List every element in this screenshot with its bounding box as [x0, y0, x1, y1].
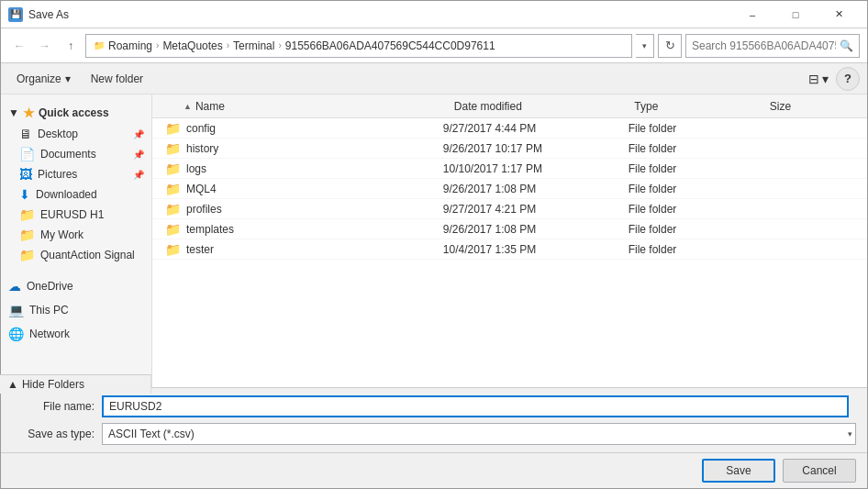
- table-row[interactable]: 📁 tester 10/4/2017 1:35 PM File folder: [152, 239, 867, 260]
- filetype-select[interactable]: ASCII Text (*.csv) All Files (*.*): [102, 423, 856, 445]
- file-name-0: config: [186, 122, 216, 135]
- table-row[interactable]: 📁 templates 9/26/2017 1:08 PM File folde…: [152, 219, 867, 239]
- file-name-4: profiles: [186, 203, 222, 216]
- path-terminal: Terminal: [233, 39, 274, 52]
- file-name-1: history: [186, 142, 218, 155]
- documents-pin-icon: 📌: [133, 150, 144, 160]
- hide-folders-bar[interactable]: ▲ Hide Folders: [0, 374, 151, 394]
- folder-icon-3: 📁: [165, 182, 181, 196]
- onedrive-label: OneDrive: [27, 280, 73, 293]
- up-button[interactable]: ↑: [60, 35, 82, 57]
- file-name-5: templates: [186, 223, 234, 236]
- name-header[interactable]: Name: [195, 100, 225, 113]
- file-date-6: 10/4/2017 1:35 PM: [443, 243, 629, 256]
- thispc-label: This PC: [29, 304, 69, 317]
- mywork-label: My Work: [40, 228, 83, 241]
- sidebar-item-onedrive[interactable]: ☁ OneDrive: [1, 276, 151, 296]
- date-header[interactable]: Date modified: [454, 100, 522, 113]
- organize-button[interactable]: Organize ▾: [8, 67, 79, 91]
- sort-arrow-icon: ▲: [184, 102, 192, 111]
- desktop-pin-icon: 📌: [133, 129, 144, 139]
- desktop-label: Desktop: [38, 128, 78, 140]
- path-sep-1: ›: [156, 40, 159, 50]
- table-row[interactable]: 📁 profiles 9/27/2017 4:21 PM File folder: [152, 199, 867, 219]
- file-name-cell-3: 📁 MQL4: [160, 182, 443, 196]
- view-button[interactable]: ⊟ ▾: [805, 67, 832, 91]
- file-name-cell-5: 📁 templates: [160, 222, 443, 237]
- new-folder-button[interactable]: New folder: [83, 67, 151, 91]
- organize-label: Organize: [17, 72, 61, 85]
- search-input[interactable]: [692, 39, 836, 52]
- file-type-6: File folder: [629, 243, 767, 256]
- pictures-pin-icon: 📌: [133, 170, 144, 180]
- mywork-icon: 📁: [19, 228, 35, 242]
- folder-icon-5: 📁: [165, 222, 181, 237]
- file-date-3: 9/26/2017 1:08 PM: [443, 183, 629, 195]
- size-header[interactable]: Size: [770, 100, 791, 113]
- maximize-button[interactable]: □: [774, 1, 817, 28]
- sidebar-item-desktop[interactable]: 🖥 Desktop 📌: [1, 124, 151, 144]
- sidebar-item-pictures[interactable]: 🖼 Pictures 📌: [1, 164, 151, 184]
- sidebar-gap-1: [1, 269, 151, 276]
- eurusd-icon: 📁: [19, 207, 35, 222]
- save-button[interactable]: Save: [702, 459, 775, 483]
- network-label: Network: [29, 328, 70, 340]
- table-row[interactable]: 📁 MQL4 9/26/2017 1:08 PM File folder: [152, 179, 867, 199]
- hide-folders-chevron: ▲: [7, 378, 18, 391]
- filetype-label: Save as type:: [12, 428, 95, 440]
- hide-folders-label: Hide Folders: [22, 378, 84, 391]
- address-path[interactable]: 📁 Roaming › MetaQuotes › Terminal › 9155…: [85, 34, 632, 58]
- cancel-button[interactable]: Cancel: [783, 459, 856, 483]
- sidebar-item-documents[interactable]: 📄 Documents 📌: [1, 144, 151, 164]
- search-icon: 🔍: [840, 39, 853, 52]
- thispc-icon: 💻: [8, 303, 24, 317]
- file-name-2: logs: [186, 162, 206, 175]
- file-type-1: File folder: [629, 142, 767, 155]
- col-header-name: ▲ Name: [160, 100, 454, 113]
- sidebar-item-mywork[interactable]: 📁 My Work: [1, 225, 151, 245]
- table-row[interactable]: 📁 logs 10/10/2017 1:17 PM File folder: [152, 159, 867, 179]
- sidebar-item-downloaded[interactable]: ⬇ Downloaded: [1, 184, 151, 205]
- sidebar-item-quantaction[interactable]: 📁 QuantAction Signal: [1, 245, 151, 265]
- main-content: ▼ ★ Quick access 🖥 Desktop 📌 📄 Documents…: [1, 94, 867, 387]
- close-button[interactable]: ✕: [818, 1, 860, 28]
- quick-access-header[interactable]: ▼ ★ Quick access: [1, 102, 151, 124]
- organize-dropdown-icon: ▾: [65, 72, 71, 85]
- quick-access-chevron: ▼: [8, 106, 19, 119]
- file-date-5: 9/26/2017 1:08 PM: [443, 223, 629, 236]
- folder-icon-6: 📁: [165, 242, 181, 257]
- type-header[interactable]: Type: [634, 100, 658, 113]
- toolbar: Organize ▾ New folder ⊟ ▾ ?: [1, 63, 867, 94]
- window-controls: – □ ✕: [731, 1, 860, 28]
- file-date-4: 9/27/2017 4:21 PM: [443, 203, 629, 216]
- filename-input[interactable]: [102, 395, 849, 417]
- file-name-6: tester: [186, 243, 214, 256]
- help-button[interactable]: ?: [836, 67, 860, 91]
- documents-icon: 📄: [19, 147, 35, 161]
- refresh-button[interactable]: ↻: [658, 34, 682, 58]
- minimize-button[interactable]: –: [731, 1, 773, 28]
- table-row[interactable]: 📁 config 9/27/2017 4:44 PM File folder: [152, 118, 867, 139]
- table-row[interactable]: 📁 history 9/26/2017 10:17 PM File folder: [152, 139, 867, 159]
- file-date-1: 9/26/2017 10:17 PM: [443, 142, 629, 155]
- file-date-0: 9/27/2017 4:44 PM: [443, 122, 629, 135]
- forward-button[interactable]: →: [34, 35, 56, 57]
- network-icon: 🌐: [8, 327, 24, 341]
- file-rows-container: 📁 config 9/27/2017 4:44 PM File folder 📁…: [152, 118, 867, 260]
- sidebar-item-eurusd[interactable]: 📁 EURUSD H1: [1, 205, 151, 225]
- pictures-icon: 🖼: [19, 167, 32, 182]
- desktop-icon: 🖥: [19, 127, 32, 141]
- window-title: Save As: [28, 8, 731, 21]
- path-hash: 915566BA06ADA407569C544CC0D97611: [285, 39, 495, 52]
- file-type-4: File folder: [629, 203, 767, 216]
- file-list: ▲ Name Date modified Type Size 📁 config …: [152, 94, 867, 387]
- file-name-cell-1: 📁 history: [160, 141, 443, 156]
- address-dropdown[interactable]: ▾: [636, 34, 654, 58]
- back-button[interactable]: ←: [8, 35, 30, 57]
- path-sep-2: ›: [227, 40, 229, 50]
- filename-row: File name:: [12, 395, 856, 417]
- sidebar-item-network[interactable]: 🌐 Network: [1, 324, 151, 344]
- sidebar-item-thispc[interactable]: 💻 This PC: [1, 300, 151, 320]
- quick-access-star-icon: ★: [23, 106, 35, 120]
- folder-icon-4: 📁: [165, 202, 181, 217]
